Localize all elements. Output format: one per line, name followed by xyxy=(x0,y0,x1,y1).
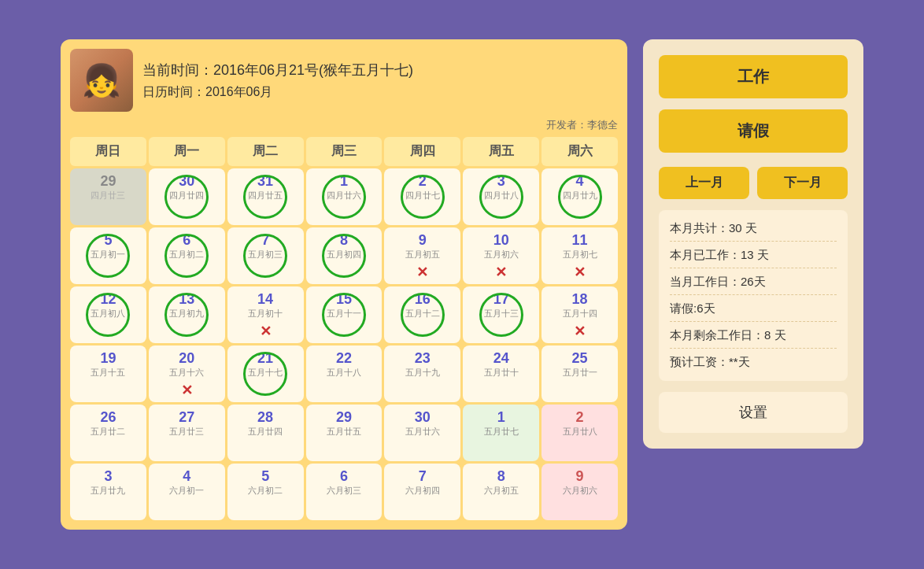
weekday-wed: 周三 xyxy=(306,137,383,166)
stat-total: 本月共计：30 天 xyxy=(670,221,837,242)
lunar-day: 四月廿八 xyxy=(484,190,519,201)
calendar-grid: 29四月廿三30四月廿四31四月廿五1四月廿六2四月廿七3四月廿八4四月廿九5五… xyxy=(70,168,618,520)
day-cell[interactable]: 9五月初五✕ xyxy=(384,227,460,284)
day-cell[interactable]: 14五月初十✕ xyxy=(227,286,304,343)
day-cell[interactable]: 6五月初二 xyxy=(149,227,225,284)
weekday-tue: 周二 xyxy=(227,137,304,166)
lunar-day: 五月廿九 xyxy=(91,486,125,496)
day-cell[interactable]: 10五月初六✕ xyxy=(463,227,539,284)
day-cell[interactable]: 4六月初一 xyxy=(149,464,225,520)
day-cell[interactable]: 22五月十八 xyxy=(306,345,383,402)
day-cell[interactable]: 12五月初八 xyxy=(70,286,146,343)
day-cell[interactable]: 1四月廿六 xyxy=(306,168,383,225)
settings-button[interactable]: 设置 xyxy=(659,392,848,433)
day-cell[interactable]: 28五月廿四 xyxy=(227,405,304,461)
day-cell[interactable]: 7六月初四 xyxy=(384,464,460,520)
day-cell[interactable]: 8六月初五 xyxy=(463,464,539,520)
lunar-day: 五月初六 xyxy=(484,249,519,260)
day-cell[interactable]: 3五月廿九 xyxy=(70,464,146,520)
day-cell[interactable]: 31四月廿五 xyxy=(227,168,304,225)
absent-mark: ✕ xyxy=(416,265,428,279)
lunar-day: 五月廿三 xyxy=(169,427,204,437)
day-cell[interactable]: 27五月廿三 xyxy=(149,405,225,461)
lunar-day: 五月十三 xyxy=(484,309,519,319)
day-cell[interactable]: 6六月初三 xyxy=(306,464,383,520)
developer-label: 开发者：李德全 xyxy=(70,118,618,132)
lunar-day: 五月初八 xyxy=(91,309,125,319)
lunar-day: 五月十七 xyxy=(248,368,283,378)
avatar xyxy=(70,49,133,112)
lunar-day: 五月廿五 xyxy=(327,427,361,437)
day-cell[interactable]: 2四月廿七 xyxy=(384,168,460,225)
day-number: 3 xyxy=(497,173,505,190)
day-cell[interactable]: 19五月十五 xyxy=(70,345,146,402)
day-number: 30 xyxy=(179,173,194,190)
lunar-day: 四月廿三 xyxy=(91,190,125,201)
day-number: 7 xyxy=(261,232,269,249)
day-cell[interactable]: 30四月廿四 xyxy=(149,168,225,225)
current-time: 当前时间：2016年06月21号(猴年五月十七) xyxy=(142,61,618,79)
day-number: 20 xyxy=(179,350,194,368)
lunar-day: 六月初四 xyxy=(405,486,440,496)
lunar-day: 四月廿六 xyxy=(327,190,361,201)
day-number: 4 xyxy=(183,468,190,486)
day-cell[interactable]: 15五月十一 xyxy=(306,286,383,343)
lunar-day: 五月初七 xyxy=(563,249,597,260)
day-cell[interactable]: 25五月廿一 xyxy=(541,345,618,402)
day-number: 27 xyxy=(179,409,194,427)
day-cell[interactable]: 5六月初二 xyxy=(227,464,304,520)
day-number: 17 xyxy=(493,291,509,309)
work-button[interactable]: 工作 xyxy=(659,55,848,98)
day-number: 10 xyxy=(493,232,509,249)
day-cell[interactable]: 4四月廿九 xyxy=(541,168,618,225)
main-container: 当前时间：2016年06月21号(猴年五月十七) 日历时间：2016年06月 开… xyxy=(61,39,863,530)
lunar-day: 五月廿十 xyxy=(484,368,519,378)
lunar-day: 四月廿九 xyxy=(563,190,597,201)
day-cell[interactable]: 26五月廿二 xyxy=(70,405,146,461)
day-cell[interactable]: 29四月廿三 xyxy=(70,168,146,225)
day-cell[interactable]: 7五月初三 xyxy=(227,227,304,284)
absent-mark: ✕ xyxy=(260,324,272,338)
day-cell[interactable]: 3四月廿八 xyxy=(463,168,539,225)
day-number: 24 xyxy=(493,350,509,368)
right-panel: 工作 请假 上一月 下一月 本月共计：30 天 本月已工作：13 天 当月工作日… xyxy=(643,39,863,449)
day-cell[interactable]: 16五月十二 xyxy=(384,286,460,343)
lunar-day: 五月廿二 xyxy=(91,427,125,437)
lunar-day: 五月十九 xyxy=(405,368,440,378)
lunar-day: 五月初九 xyxy=(169,309,204,319)
next-month-button[interactable]: 下一月 xyxy=(757,167,848,199)
day-cell[interactable]: 17五月十三 xyxy=(463,286,539,343)
leave-button[interactable]: 请假 xyxy=(659,109,848,153)
day-cell[interactable]: 30五月廿六 xyxy=(384,405,460,461)
day-cell[interactable]: 2五月廿八 xyxy=(541,405,618,461)
day-cell[interactable]: 13五月初九 xyxy=(149,286,225,343)
day-number: 3 xyxy=(104,468,112,486)
day-number: 22 xyxy=(336,350,352,368)
lunar-day: 五月廿六 xyxy=(405,427,440,437)
day-number: 6 xyxy=(340,468,348,486)
day-cell[interactable]: 1五月廿七 xyxy=(463,405,539,461)
day-cell[interactable]: 21五月十七 xyxy=(227,345,304,402)
day-cell[interactable]: 5五月初一 xyxy=(70,227,146,284)
day-cell[interactable]: 11五月初七✕ xyxy=(541,227,618,284)
day-number: 23 xyxy=(415,350,431,368)
day-cell[interactable]: 18五月十四✕ xyxy=(541,286,618,343)
day-number: 7 xyxy=(419,468,427,486)
lunar-day: 五月十五 xyxy=(91,368,125,378)
day-cell[interactable]: 20五月十六✕ xyxy=(149,345,225,402)
day-number: 4 xyxy=(576,173,584,190)
day-number: 1 xyxy=(340,173,348,190)
day-number: 19 xyxy=(100,350,116,368)
day-cell[interactable]: 24五月廿十 xyxy=(463,345,539,402)
calendar-header: 当前时间：2016年06月21号(猴年五月十七) 日历时间：2016年06月 xyxy=(70,49,618,112)
weekday-mon: 周一 xyxy=(149,137,225,166)
stat-workdays: 当月工作日：26天 xyxy=(670,275,837,295)
day-cell[interactable]: 23五月十九 xyxy=(384,345,460,402)
day-number: 1 xyxy=(497,409,505,427)
day-cell[interactable]: 9六月初六 xyxy=(541,464,618,520)
day-cell[interactable]: 29五月廿五 xyxy=(306,405,383,461)
day-cell[interactable]: 8五月初四 xyxy=(306,227,383,284)
day-number: 6 xyxy=(183,232,190,249)
day-number: 30 xyxy=(415,409,431,427)
prev-month-button[interactable]: 上一月 xyxy=(659,167,749,199)
